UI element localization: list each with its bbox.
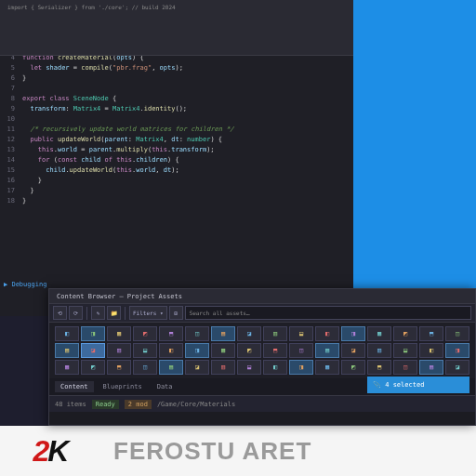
asset-cell[interactable]: ▦ xyxy=(107,326,131,341)
line-number: 6 xyxy=(4,73,15,84)
asset-cell[interactable]: ◪ xyxy=(341,343,365,358)
asset-cell[interactable]: ◩ xyxy=(237,343,261,358)
asset-cell[interactable]: ▥ xyxy=(263,326,287,341)
asset-cell[interactable]: ◫ xyxy=(289,343,313,358)
asset-cell[interactable]: ◨ xyxy=(185,343,209,358)
asset-cell[interactable]: ◪ xyxy=(445,360,469,375)
asset-cell[interactable]: ◫ xyxy=(393,360,417,375)
asset-browser-titlebar[interactable]: Content Browser — Project Assets xyxy=(49,289,475,304)
code-line[interactable]: 14 for (const child of this.children) { xyxy=(4,155,346,165)
asset-cell[interactable]: ▦ xyxy=(55,360,79,375)
asset-icon: ▤ xyxy=(221,330,225,337)
asset-cell[interactable]: ◨ xyxy=(81,326,105,341)
line-number: 14 xyxy=(4,155,15,165)
line-number: 16 xyxy=(4,176,15,186)
code-line[interactable]: 16 } xyxy=(4,176,346,186)
asset-cell[interactable]: ◨ xyxy=(289,360,313,375)
asset-cell[interactable]: ◧ xyxy=(263,360,287,375)
toolbar-separator xyxy=(125,307,126,320)
line-number: 13 xyxy=(4,145,15,155)
asset-cell[interactable]: ⬒ xyxy=(367,360,391,375)
asset-search-input[interactable]: Search all assets… xyxy=(185,306,471,320)
asset-icon: ◫ xyxy=(456,330,459,337)
asset-cell[interactable]: ◧ xyxy=(159,343,183,358)
asset-cell[interactable]: ◪ xyxy=(81,343,105,358)
code-line[interactable]: 5 let shader = compile("pbr.frag", opts)… xyxy=(4,63,346,73)
asset-cell[interactable]: ◫ xyxy=(185,326,209,341)
code-line[interactable]: 18} xyxy=(4,196,346,206)
selection-callout[interactable]: 📎 4 selected xyxy=(367,377,469,393)
asset-cell[interactable]: ⬓ xyxy=(133,343,157,358)
toolbar-button-2[interactable]: ✎ xyxy=(91,306,105,320)
code-line[interactable]: 17 } xyxy=(4,186,346,196)
asset-cell[interactable]: ◧ xyxy=(419,343,443,358)
asset-icon: ▤ xyxy=(169,364,173,371)
line-number: 17 xyxy=(4,186,15,196)
asset-icon: ⬒ xyxy=(377,364,381,371)
asset-cell[interactable]: ▤ xyxy=(315,343,339,358)
asset-cell[interactable]: ▦ xyxy=(315,360,339,375)
asset-icon: ◧ xyxy=(430,347,433,354)
asset-cell[interactable]: ▥ xyxy=(107,343,131,358)
asset-cell[interactable]: ▦ xyxy=(367,326,391,341)
asset-cell[interactable]: ⬒ xyxy=(107,360,131,375)
asset-cell[interactable]: ⬒ xyxy=(159,326,183,341)
asset-cell[interactable]: ◨ xyxy=(445,343,469,358)
asset-tab-data[interactable]: Data xyxy=(152,381,178,392)
asset-cell[interactable]: ▤ xyxy=(211,326,235,341)
code-line[interactable]: 9 transform: Matrix4 = Matrix4.identity(… xyxy=(4,104,346,114)
asset-cell[interactable]: ▤ xyxy=(419,360,443,375)
asset-cell[interactable]: ⬒ xyxy=(419,326,443,341)
asset-cell[interactable]: ◧ xyxy=(55,326,79,341)
code-editor-body[interactable]: 1// initialize framebuffer2const rendere… xyxy=(0,17,353,316)
asset-cell[interactable]: ◫ xyxy=(133,360,157,375)
asset-cell[interactable]: ◩ xyxy=(133,326,157,341)
asset-cell[interactable]: ⬓ xyxy=(289,326,313,341)
asset-cell[interactable]: ◩ xyxy=(393,326,417,341)
code-line[interactable]: 15 child.updateWorld(this.world, dt); xyxy=(4,165,346,176)
code-line[interactable]: 7 xyxy=(4,84,346,94)
asset-cell[interactable]: ▥ xyxy=(367,343,391,358)
asset-cell[interactable]: ⬒ xyxy=(263,343,287,358)
asset-tab-blueprints[interactable]: Blueprints xyxy=(98,381,148,392)
code-line[interactable]: 13 this.world = parent.multiply(this.tra… xyxy=(4,145,346,155)
status-item-count: 48 items xyxy=(55,401,86,408)
asset-cell[interactable]: ⬓ xyxy=(393,343,417,358)
toolbar-button-4[interactable]: Filters ▾ xyxy=(129,306,167,320)
editor-hint-text: import { Serializer } from './core'; // … xyxy=(0,0,353,15)
status-path: /Game/Core/Materials xyxy=(157,401,235,408)
asset-icon: ⬓ xyxy=(143,347,147,354)
code-line[interactable]: 12 public updateWorld(parent: Matrix4, d… xyxy=(4,135,346,145)
code-line[interactable]: 10 xyxy=(4,114,346,125)
asset-cell[interactable]: ◪ xyxy=(185,360,209,375)
toolbar-separator xyxy=(86,307,87,320)
asset-cell[interactable]: ⬓ xyxy=(237,360,261,375)
asset-icon: ▥ xyxy=(117,347,121,354)
code-line[interactable]: 6} xyxy=(4,73,346,84)
asset-cell[interactable]: ▤ xyxy=(159,360,183,375)
publisher-logo: 2K xyxy=(0,426,102,476)
asset-cell[interactable]: ◨ xyxy=(341,326,365,341)
asset-icon: ◨ xyxy=(351,330,355,337)
toolbar-button-5[interactable]: ⊞ xyxy=(169,306,183,320)
asset-grid: ◧◨▦◩⬒◫▤◪▥⬓◧◨▦◩⬒◫▤◪▥⬓◧◨▦◩⬒◫▤◪▥⬓◧◨▦◩⬒◫▤◪▥⬓… xyxy=(49,323,475,378)
asset-cell[interactable]: ◪ xyxy=(237,326,261,341)
asset-icon: ◫ xyxy=(195,330,199,337)
asset-tab-content[interactable]: Content xyxy=(55,381,94,392)
asset-cell[interactable]: ◫ xyxy=(445,326,469,341)
asset-cell[interactable]: ▥ xyxy=(211,360,235,375)
code-line[interactable]: 11 /* recursively update world matrices … xyxy=(4,125,346,135)
toolbar-button-0[interactable]: ⟲ xyxy=(53,306,67,320)
asset-cell[interactable]: ▦ xyxy=(211,343,235,358)
asset-cell[interactable]: ◩ xyxy=(341,360,365,375)
asset-cell[interactable]: ▤ xyxy=(55,343,79,358)
asset-cell[interactable]: ◧ xyxy=(315,326,339,341)
toolbar-button-1[interactable]: ⟳ xyxy=(69,306,83,320)
asset-cell[interactable]: ◩ xyxy=(81,360,105,375)
asset-icon: ⬓ xyxy=(247,364,251,371)
debug-sidebar-label[interactable]: ▶ Debugging xyxy=(0,279,50,290)
line-number: 15 xyxy=(4,165,15,176)
asset-icon: ◧ xyxy=(325,330,329,337)
toolbar-button-3[interactable]: 📁 xyxy=(107,306,121,320)
code-line[interactable]: 8export class SceneNode { xyxy=(4,94,346,104)
